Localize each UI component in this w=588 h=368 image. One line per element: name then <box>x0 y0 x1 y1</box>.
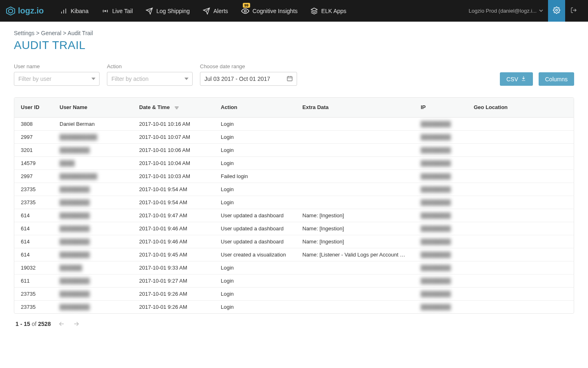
cell-ip: ████████ <box>414 235 467 248</box>
svg-point-3 <box>244 10 246 12</box>
nav-alerts[interactable]: Alerts <box>203 7 228 15</box>
nav-kibana[interactable]: Kibana <box>60 7 89 15</box>
svg-point-2 <box>104 10 106 11</box>
breadcrumb-general[interactable]: General <box>41 30 62 36</box>
table-row: 614████████2017-10-01 9:45 AMUser create… <box>14 248 574 261</box>
cell-ip: ████████ <box>414 183 467 196</box>
cell-username: Daniel Berman <box>53 117 133 130</box>
col-userid[interactable]: User ID <box>14 98 53 117</box>
cell-extra: Name: [Ingestion] <box>296 222 414 235</box>
cell-ip: ████████ <box>414 287 467 300</box>
table-row: 3201████████2017-10-01 10:06 AMLogin████… <box>14 143 574 156</box>
cell-username: ██████ <box>53 261 133 274</box>
send-icon <box>146 7 153 15</box>
pagination-text: 1 - 15 of 2528 <box>16 321 51 327</box>
table-row: 23735████████2017-10-01 9:26 AMLogin████… <box>14 287 574 300</box>
logout-button[interactable] <box>565 0 582 22</box>
table-row: 611████████2017-10-01 9:27 AMLogin██████… <box>14 274 574 287</box>
nav-livetail[interactable]: Live Tail <box>102 7 133 15</box>
account-dropdown[interactable]: Logzio Prod (daniel@logz.i... <box>464 8 548 14</box>
cell-action: Login <box>214 261 296 274</box>
cell-geo <box>467 143 574 156</box>
col-datetime[interactable]: Date & Time <box>133 98 214 117</box>
logo[interactable]: logz.io <box>6 6 44 16</box>
cell-userid: 611 <box>14 274 53 287</box>
cell-userid: 14579 <box>14 156 53 170</box>
breadcrumb: Settings > General > Audit Trail <box>14 30 574 36</box>
col-ip[interactable]: IP <box>414 98 467 117</box>
table-header-row: User ID User Name Date & Time Action Ext… <box>14 98 574 117</box>
filter-user-input[interactable] <box>14 72 100 86</box>
col-username[interactable]: User Name <box>53 98 133 117</box>
csv-button[interactable]: CSV <box>500 72 533 86</box>
cell-action: Login <box>214 117 296 130</box>
cell-geo <box>467 235 574 248</box>
cell-userid: 614 <box>14 235 53 248</box>
nav-cognitive[interactable]: 99 Cognitive Insights <box>241 7 298 15</box>
table-row: 614████████2017-10-01 9:46 AMUser update… <box>14 235 574 248</box>
date-range-picker[interactable] <box>200 72 297 86</box>
breadcrumb-settings[interactable]: Settings <box>14 30 35 36</box>
page-prev[interactable] <box>58 320 65 328</box>
filter-user-select[interactable] <box>14 72 100 86</box>
pagination: 1 - 15 of 2528 <box>14 314 574 334</box>
filters-right: CSV Columns <box>500 72 574 86</box>
nav-logshipping[interactable]: Log Shipping <box>146 7 190 15</box>
table-row: 614████████2017-10-01 9:47 AMUser update… <box>14 209 574 222</box>
nav-cognitive-label: Cognitive Insights <box>253 8 298 14</box>
filter-action-select[interactable] <box>107 72 193 86</box>
cell-userid: 614 <box>14 248 53 261</box>
cell-ip: ████████ <box>414 156 467 170</box>
cell-userid: 23735 <box>14 300 53 313</box>
cell-username: ████████ <box>53 222 133 235</box>
cell-action: Login <box>214 287 296 300</box>
cell-datetime: 2017-10-01 9:33 AM <box>133 261 214 274</box>
caret-down-icon <box>539 8 543 14</box>
cell-extra <box>296 130 414 143</box>
settings-button[interactable] <box>548 0 565 22</box>
cell-geo <box>467 170 574 183</box>
cell-action: Login <box>214 156 296 170</box>
cell-username: ████████ <box>53 248 133 261</box>
cell-action: Login <box>214 130 296 143</box>
cell-datetime: 2017-10-01 9:26 AM <box>133 287 214 300</box>
cell-extra: Name: [Listener - Valid Logs per Account… <box>296 248 414 261</box>
col-extra[interactable]: Extra Data <box>296 98 414 117</box>
svg-rect-6 <box>287 76 292 81</box>
cell-ip: ████████ <box>414 300 467 313</box>
cell-extra <box>296 287 414 300</box>
svg-marker-1 <box>9 9 13 13</box>
cell-datetime: 2017-10-01 9:54 AM <box>133 183 214 196</box>
table-row: 23735████████2017-10-01 9:54 AMLogin████… <box>14 196 574 209</box>
nav-elkapps[interactable]: ELK Apps <box>311 7 346 15</box>
cell-userid: 19032 <box>14 261 53 274</box>
cell-extra <box>296 261 414 274</box>
page-next[interactable] <box>73 320 80 328</box>
cell-geo <box>467 183 574 196</box>
cell-extra <box>296 196 414 209</box>
nav-livetail-label: Live Tail <box>112 8 133 14</box>
cell-action: Login <box>214 300 296 313</box>
cell-datetime: 2017-10-01 10:06 AM <box>133 143 214 156</box>
cell-geo <box>467 261 574 274</box>
logout-icon <box>570 7 577 15</box>
csv-button-label: CSV <box>506 76 518 83</box>
cell-extra: Name: [Ingestion] <box>296 209 414 222</box>
col-geo[interactable]: Geo Location <box>467 98 574 117</box>
cell-geo <box>467 130 574 143</box>
top-right: Logzio Prod (daniel@logz.i... <box>464 0 582 22</box>
audit-table: User ID User Name Date & Time Action Ext… <box>14 97 574 314</box>
cell-username: ██████████ <box>53 130 133 143</box>
cell-userid: 23735 <box>14 196 53 209</box>
col-action[interactable]: Action <box>214 98 296 117</box>
cell-geo <box>467 209 574 222</box>
cell-username: ████████ <box>53 183 133 196</box>
table-row: 14579████2017-10-01 10:04 AMLogin███████… <box>14 156 574 170</box>
calendar-icon <box>286 75 293 83</box>
date-range-input[interactable] <box>200 72 297 86</box>
cell-username: ████████ <box>53 235 133 248</box>
cell-action: Login <box>214 274 296 287</box>
columns-button[interactable]: Columns <box>539 72 574 86</box>
layers-icon <box>311 7 318 15</box>
filter-action-input[interactable] <box>107 72 193 86</box>
